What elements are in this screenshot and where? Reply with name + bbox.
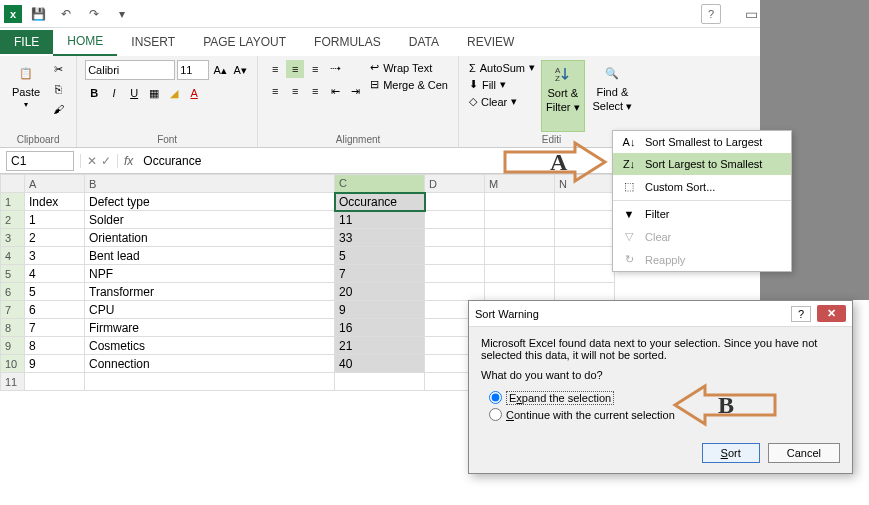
cell[interactable]: 6: [25, 301, 85, 319]
cell[interactable]: Bent lead: [85, 247, 335, 265]
col-header-b[interactable]: B: [85, 175, 335, 193]
align-middle-icon[interactable]: ≡: [286, 60, 304, 78]
cell[interactable]: [555, 283, 615, 301]
cell[interactable]: 9: [25, 355, 85, 373]
cell[interactable]: 11: [335, 211, 425, 229]
menu-sort-smallest[interactable]: A↓Sort Smallest to Largest: [613, 131, 791, 153]
cut-icon[interactable]: ✂: [48, 60, 68, 78]
align-left-icon[interactable]: ≡: [266, 82, 284, 100]
fill-button[interactable]: ⬇Fill ▾: [467, 77, 537, 92]
paste-button[interactable]: 📋 Paste ▾: [8, 60, 44, 132]
align-top-icon[interactable]: ≡: [266, 60, 284, 78]
clear-button[interactable]: ◇Clear ▾: [467, 94, 537, 109]
decrease-font-icon[interactable]: A▾: [231, 61, 249, 79]
tab-insert[interactable]: INSERT: [117, 29, 189, 55]
cell[interactable]: 7: [25, 319, 85, 337]
cell[interactable]: 1: [25, 211, 85, 229]
row-header[interactable]: 7: [1, 301, 25, 319]
cancel-formula-icon[interactable]: ✕: [87, 154, 97, 168]
cell[interactable]: 4: [25, 265, 85, 283]
cell[interactable]: NPF: [85, 265, 335, 283]
cell[interactable]: [555, 229, 615, 247]
cell[interactable]: 5: [25, 283, 85, 301]
italic-icon[interactable]: I: [105, 84, 123, 102]
increase-indent-icon[interactable]: ⇥: [346, 82, 364, 100]
cell[interactable]: 7: [335, 265, 425, 283]
align-right-icon[interactable]: ≡: [306, 82, 324, 100]
cell[interactable]: [335, 373, 425, 391]
cell[interactable]: Solder: [85, 211, 335, 229]
col-header-a[interactable]: A: [25, 175, 85, 193]
copy-icon[interactable]: ⎘: [48, 80, 68, 98]
redo-icon[interactable]: ↷: [84, 4, 104, 24]
cell[interactable]: [425, 265, 485, 283]
cell[interactable]: [485, 193, 555, 211]
sort-button[interactable]: Sort: [702, 443, 760, 463]
cell-active[interactable]: Occurance: [335, 193, 425, 211]
orientation-icon[interactable]: ⭬: [326, 60, 344, 78]
cell[interactable]: [555, 211, 615, 229]
cell[interactable]: [555, 193, 615, 211]
cell[interactable]: Index: [25, 193, 85, 211]
help-icon[interactable]: ?: [701, 4, 721, 24]
fill-color-icon[interactable]: ◢: [165, 84, 183, 102]
cell[interactable]: [425, 193, 485, 211]
row-header[interactable]: 10: [1, 355, 25, 373]
save-icon[interactable]: 💾: [28, 4, 48, 24]
sort-filter-button[interactable]: AZ Sort & Filter ▾: [541, 60, 585, 132]
cell[interactable]: 3: [25, 247, 85, 265]
cell[interactable]: [425, 283, 485, 301]
underline-icon[interactable]: U: [125, 84, 143, 102]
dialog-close-icon[interactable]: ✕: [817, 305, 846, 322]
format-painter-icon[interactable]: 🖌: [48, 100, 68, 118]
cell[interactable]: Cosmetics: [85, 337, 335, 355]
enter-formula-icon[interactable]: ✓: [101, 154, 111, 168]
cell[interactable]: 21: [335, 337, 425, 355]
menu-custom-sort[interactable]: ⬚Custom Sort...: [613, 175, 791, 198]
col-header-d[interactable]: D: [425, 175, 485, 193]
row-header[interactable]: 2: [1, 211, 25, 229]
tab-formulas[interactable]: FORMULAS: [300, 29, 395, 55]
cell[interactable]: [555, 265, 615, 283]
find-select-button[interactable]: 🔍 Find & Select ▾: [589, 60, 637, 132]
cell[interactable]: [425, 211, 485, 229]
undo-icon[interactable]: ↶: [56, 4, 76, 24]
cell[interactable]: 33: [335, 229, 425, 247]
cell[interactable]: [485, 265, 555, 283]
dialog-help-icon[interactable]: ?: [791, 306, 811, 322]
cell[interactable]: 20: [335, 283, 425, 301]
menu-filter[interactable]: ▼Filter: [613, 203, 791, 225]
cell[interactable]: Orientation: [85, 229, 335, 247]
cell[interactable]: 5: [335, 247, 425, 265]
autosum-button[interactable]: ΣAutoSum ▾: [467, 60, 537, 75]
menu-sort-largest[interactable]: Z↓Sort Largest to Smallest: [613, 153, 791, 175]
row-header[interactable]: 4: [1, 247, 25, 265]
cell[interactable]: [485, 229, 555, 247]
cell[interactable]: [85, 373, 335, 391]
font-color-icon[interactable]: A: [185, 84, 203, 102]
wrap-text-button[interactable]: ↩Wrap Text: [368, 60, 450, 75]
cell[interactable]: Transformer: [85, 283, 335, 301]
cell[interactable]: [425, 247, 485, 265]
cell[interactable]: CPU: [85, 301, 335, 319]
cell[interactable]: Connection: [85, 355, 335, 373]
row-header[interactable]: 5: [1, 265, 25, 283]
cell[interactable]: 9: [335, 301, 425, 319]
tab-home[interactable]: HOME: [53, 28, 117, 56]
qat-customize-icon[interactable]: ▾: [112, 4, 132, 24]
radio-expand-input[interactable]: [489, 391, 502, 404]
cell[interactable]: Firmware: [85, 319, 335, 337]
border-icon[interactable]: ▦: [145, 84, 163, 102]
align-center-icon[interactable]: ≡: [286, 82, 304, 100]
row-header[interactable]: 3: [1, 229, 25, 247]
select-all-corner[interactable]: [1, 175, 25, 193]
font-name-input[interactable]: [85, 60, 175, 80]
cell[interactable]: 2: [25, 229, 85, 247]
cell[interactable]: 40: [335, 355, 425, 373]
row-header[interactable]: 6: [1, 283, 25, 301]
merge-center-button[interactable]: ⊟Merge & Cen: [368, 77, 450, 92]
col-header-c[interactable]: C: [335, 175, 425, 193]
cell[interactable]: [485, 247, 555, 265]
cell[interactable]: 16: [335, 319, 425, 337]
cell[interactable]: [425, 229, 485, 247]
